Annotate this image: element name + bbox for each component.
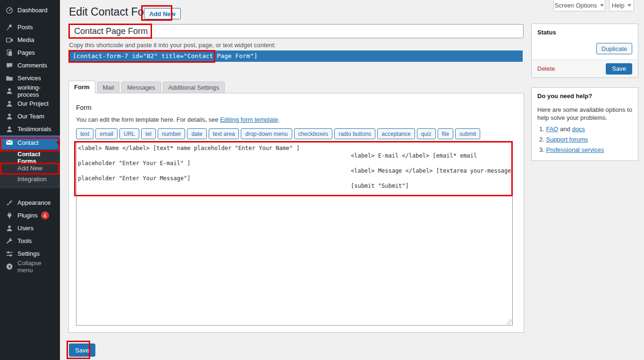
- tag-button-quiz[interactable]: quiz: [417, 128, 436, 139]
- help-label: Help: [612, 2, 625, 9]
- page-title: Edit Contact Form: [69, 6, 156, 18]
- faq-link[interactable]: FAQ: [546, 126, 558, 133]
- dashboard-icon: [5, 6, 13, 14]
- tag-button-checkboxes[interactable]: checkboxes: [294, 128, 332, 139]
- status-save-button[interactable]: Save: [606, 63, 632, 75]
- user-icon: [5, 224, 13, 232]
- support-forums-link[interactable]: Support forums: [546, 136, 588, 143]
- tag-button-radio-buttons[interactable]: radio buttons: [334, 128, 375, 139]
- sidebar-item-plugins[interactable]: Plugins 4: [0, 209, 60, 222]
- list-number: 1.: [539, 126, 544, 133]
- submenu-item-integration[interactable]: Integration: [0, 174, 60, 184]
- tab-messages[interactable]: Messages: [121, 82, 161, 93]
- shortcode-hint: Copy this shortcode and paste it into yo…: [69, 42, 276, 49]
- sidebar-item-appearance[interactable]: Appearance: [0, 196, 60, 209]
- shortcode-field[interactable]: [contact-form-7 id="82" title="Contact P…: [69, 50, 523, 62]
- tag-button-file[interactable]: file: [438, 128, 453, 139]
- tab-form[interactable]: Form: [68, 81, 95, 93]
- tag-button-text-area[interactable]: text area: [209, 128, 239, 139]
- sidebar-item-label: Dashboard: [17, 7, 48, 14]
- help-box: Do you need help? Here are some availabl…: [531, 87, 638, 161]
- media-icon: [5, 36, 13, 44]
- tag-button-tel[interactable]: tel: [141, 128, 156, 139]
- help-list-item: 3. Professional services: [539, 146, 604, 153]
- duplicate-button[interactable]: Duplicate: [596, 43, 632, 54]
- tag-button-number[interactable]: number: [158, 128, 186, 139]
- sidebar-item-label: Contact: [17, 139, 39, 146]
- screen-options-button[interactable]: Screen Options: [553, 0, 605, 11]
- help-button[interactable]: Help: [609, 0, 634, 11]
- sidebar-item-services[interactable]: Services: [0, 72, 60, 84]
- sidebar-separator: [0, 188, 60, 196]
- sidebar-item-label: Appearance: [17, 199, 51, 206]
- sidebar-item-pages[interactable]: Pages: [0, 46, 60, 59]
- docs-link[interactable]: docs: [572, 126, 585, 133]
- sidebar-item-collapse-menu[interactable]: Collapse menu: [0, 260, 60, 273]
- help-list-item: 2. Support forums: [539, 136, 604, 143]
- tab-additional-settings[interactable]: Additional Settings: [163, 82, 225, 93]
- tag-button-email[interactable]: email: [95, 128, 118, 139]
- sidebar-item-media[interactable]: Media: [0, 33, 60, 46]
- sidebar-item-working-process[interactable]: working-process: [0, 84, 60, 97]
- save-button[interactable]: Save: [69, 343, 95, 357]
- tag-button-submit[interactable]: submit: [455, 128, 480, 139]
- sidebar-separator: [0, 17, 60, 21]
- sidebar-item-label: Testimonials: [17, 126, 51, 133]
- pages-icon: [5, 49, 13, 57]
- sidebar-item-posts[interactable]: Posts: [0, 21, 60, 33]
- sidebar-item-our-team[interactable]: Our Team: [0, 110, 60, 123]
- delete-link[interactable]: Delete: [537, 65, 555, 72]
- help-box-intro: Here are some available options to help …: [537, 106, 633, 122]
- chevron-down-icon: [627, 4, 631, 8]
- sidebar-item-label: Our Team: [17, 113, 44, 120]
- person-icon: [5, 87, 13, 95]
- sidebar-item-comments[interactable]: Comments: [0, 59, 60, 72]
- plugins-update-badge: 4: [41, 211, 49, 219]
- form-panel: Form You can edit the form template here…: [68, 93, 524, 333]
- description-text: .: [278, 116, 280, 123]
- add-new-button[interactable]: Add New: [144, 8, 181, 19]
- sidebar-item-tools[interactable]: Tools: [0, 234, 60, 247]
- contact-submenu: Contact Forms Add New Integration: [0, 150, 60, 188]
- status-box: Status Duplicate Delete Save: [531, 24, 638, 78]
- sidebar-item-label: working-process: [17, 84, 56, 98]
- submenu-item-label: Integration: [17, 176, 46, 183]
- sidebar-item-testimonials[interactable]: Testimonials: [0, 123, 60, 135]
- description-text: You can edit the form template here. For…: [76, 116, 220, 123]
- sidebar-item-label: Comments: [17, 62, 47, 69]
- help-list-item: 1. FAQ and docs: [539, 126, 604, 133]
- form-title-input[interactable]: [69, 24, 524, 38]
- sidebar-item-label: Our Project: [17, 100, 49, 107]
- sidebar-item-label: Media: [17, 36, 34, 43]
- editing-form-template-link[interactable]: Editing form template: [220, 116, 278, 123]
- sidebar-item-our-project[interactable]: Our Project: [0, 97, 60, 110]
- status-box-footer: Delete Save: [532, 59, 638, 77]
- form-template-textarea[interactable]: <label> Name </label> [text* name placeh…: [76, 142, 513, 326]
- sidebar-item-label: Collapse menu: [17, 260, 56, 274]
- pin-icon: [5, 23, 13, 31]
- sidebar-item-users[interactable]: Users: [0, 222, 60, 234]
- submenu-item-label: Add New: [17, 165, 42, 172]
- submenu-item-contact-forms[interactable]: Contact Forms: [0, 152, 60, 163]
- tag-button-acceptance[interactable]: acceptance: [377, 128, 415, 139]
- tab-mail[interactable]: Mail: [97, 82, 120, 93]
- sidebar-item-settings[interactable]: Settings: [0, 247, 60, 260]
- form-panel-heading: Form: [76, 104, 92, 111]
- list-text: and: [558, 126, 572, 133]
- sidebar-item-label: Services: [17, 75, 41, 82]
- submenu-item-label: Contact Forms: [17, 151, 60, 165]
- sidebar-item-contact[interactable]: Contact: [0, 135, 60, 150]
- tag-button-date[interactable]: date: [187, 128, 206, 139]
- professional-services-link[interactable]: Professional services: [546, 146, 604, 153]
- sidebar-item-dashboard[interactable]: Dashboard: [0, 4, 60, 17]
- tag-button-drop-down-menu[interactable]: drop-down menu: [241, 128, 292, 139]
- textarea-resize-handle[interactable]: [507, 319, 512, 325]
- form-panel-description: You can edit the form template here. For…: [76, 116, 280, 123]
- admin-sidebar: Dashboard Posts Media Pages Comments Ser…: [0, 0, 60, 360]
- settings-icon: [5, 250, 13, 258]
- help-links-list: 1. FAQ and docs 2. Support forums 3. Pro…: [539, 126, 604, 157]
- tag-button-text[interactable]: text: [76, 128, 93, 139]
- sidebar-item-label: Settings: [17, 250, 40, 257]
- wrench-icon: [5, 237, 13, 245]
- tag-button-url[interactable]: URL: [119, 128, 139, 139]
